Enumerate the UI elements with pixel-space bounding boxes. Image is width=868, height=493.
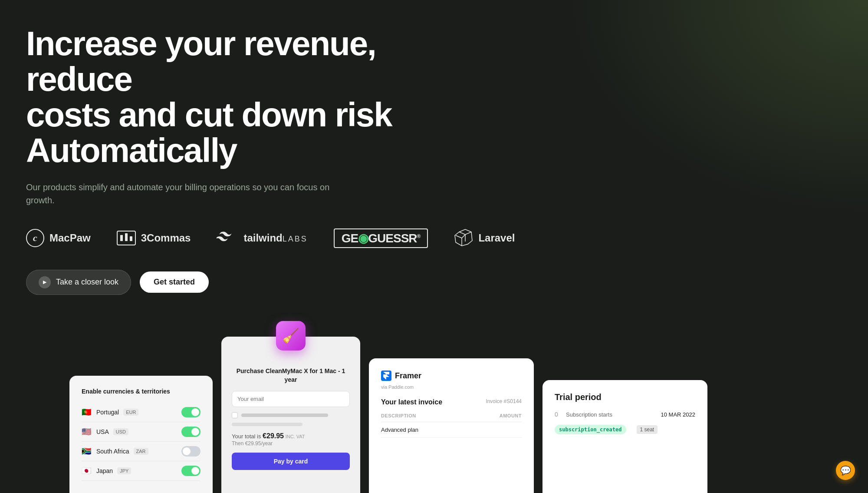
toggle-usa[interactable]	[181, 427, 201, 437]
currencies-card-title: Enable currencies & territories	[82, 388, 201, 395]
currency-row-usa: 🇺🇸 USA USD	[82, 422, 201, 442]
trial-title: Trial period	[555, 392, 695, 402]
flag-south-africa: 🇿🇦	[82, 447, 92, 455]
cards-area: Enable currencies & territories 🇵🇹 Portu…	[0, 276, 868, 493]
hero-title: Increase your revenue, reduce costs and …	[26, 26, 425, 133]
via-paddle: via Paddle.com	[381, 384, 522, 390]
laravel-label: Laravel	[478, 232, 515, 244]
video-button[interactable]: ▶ Take a closer look	[26, 270, 131, 295]
card-purchase: 🧹 Purchase CleanMyMac X for 1 Mac - 1 ye…	[221, 337, 360, 493]
invoice-number: Invoice #S0144	[486, 398, 522, 404]
logo-macpaw: c MacPaw	[26, 229, 91, 247]
purchase-lines	[232, 423, 350, 426]
svg-rect-4	[125, 233, 128, 241]
svg-rect-3	[120, 235, 123, 241]
pay-button[interactable]: Pay by card	[232, 453, 350, 470]
trial-row-badge: subscription_created 1 seat	[555, 425, 695, 434]
purchase-checkbox[interactable]	[232, 412, 238, 418]
logo-3commas: 3Commas	[117, 231, 191, 245]
hero-description: Our products simplify and automate your …	[26, 181, 330, 207]
flag-usa: 🇺🇸	[82, 428, 92, 436]
trial-row-subscription: 0 Subscription starts 10 MAR 2022	[555, 411, 695, 418]
play-icon: ▶	[39, 276, 51, 288]
macpaw-icon: c	[26, 229, 44, 247]
currency-row-portugal: 🇵🇹 Portugal EUR	[82, 403, 201, 422]
country-south-africa: South Africa	[96, 448, 129, 455]
card-currencies: Enable currencies & territories 🇵🇹 Portu…	[69, 376, 213, 493]
subscription-badge: subscription_created	[555, 425, 626, 434]
tailwindlabs-label: tailwindLABS	[243, 232, 307, 244]
svg-rect-5	[130, 236, 132, 241]
logo-laravel: Laravel	[454, 228, 515, 248]
card-invoice: Framer via Paddle.com Your latest invoic…	[369, 358, 534, 493]
macpaw-label: MacPaw	[49, 232, 91, 244]
invoice-header: Framer	[381, 371, 522, 381]
toggle-portugal[interactable]	[181, 407, 201, 417]
line2	[232, 423, 302, 426]
currency-jpy: JPY	[117, 467, 131, 474]
currency-eur: EUR	[123, 409, 138, 416]
svg-text:c: c	[33, 232, 37, 243]
checkbox-row	[232, 412, 350, 418]
currency-row-japan: 🇯🇵 Japan JPY	[82, 461, 201, 481]
logo-geoguessr: GE◉GUESSR®	[334, 228, 428, 248]
flag-portugal: 🇵🇹	[82, 408, 92, 416]
get-started-button[interactable]: Get started	[140, 271, 209, 293]
toggle-japan[interactable]	[181, 466, 201, 476]
line1	[241, 414, 328, 417]
purchase-total: Your total is €29.95 INC. VAT Then €29.9…	[232, 432, 350, 447]
country-usa: USA	[96, 428, 109, 435]
currency-usd: USD	[113, 428, 128, 435]
country-japan: Japan	[96, 467, 113, 474]
card-trial: Trial period 0 Subscription starts 10 MA…	[542, 380, 707, 493]
logo-tailwindlabs: tailwindLABS	[217, 231, 307, 245]
chat-bubble[interactable]: 💬	[836, 461, 855, 480]
currency-zar: ZAR	[134, 448, 148, 455]
country-portugal: Portugal	[96, 409, 119, 416]
invoice-section-title: Your latest invoice	[381, 398, 442, 406]
3commas-label: 3Commas	[141, 232, 191, 244]
3commas-icon	[117, 231, 136, 245]
purchase-title: Purchase CleanMyMac X for 1 Mac - 1 year	[232, 367, 350, 384]
seat-badge: 1 seat	[637, 425, 658, 434]
framer-icon	[381, 371, 391, 381]
video-button-label: Take a closer look	[56, 278, 118, 287]
toggle-south-africa[interactable]	[181, 446, 201, 457]
email-input[interactable]	[232, 391, 350, 407]
invoice-title-row: Your latest invoice Invoice #S0144	[381, 398, 522, 406]
invoice-row-advanced: Advanced plan	[381, 422, 522, 438]
product-icon: 🧹	[276, 321, 306, 351]
tailwind-icon	[217, 231, 238, 245]
framer-logo: Framer	[381, 371, 421, 381]
logos-row: c MacPaw 3Commas	[26, 228, 868, 248]
laravel-icon	[454, 228, 473, 248]
invoice-table-header: DESCRIPTION AMOUNT	[381, 413, 522, 422]
geoguessr-text: GE◉GUESSR®	[334, 228, 428, 248]
buttons-row: ▶ Take a closer look Get started	[26, 270, 868, 295]
currency-row-south-africa: 🇿🇦 South Africa ZAR	[82, 442, 201, 461]
hero-subtitle: Automatically	[26, 133, 868, 169]
flag-japan: 🇯🇵	[82, 467, 92, 475]
